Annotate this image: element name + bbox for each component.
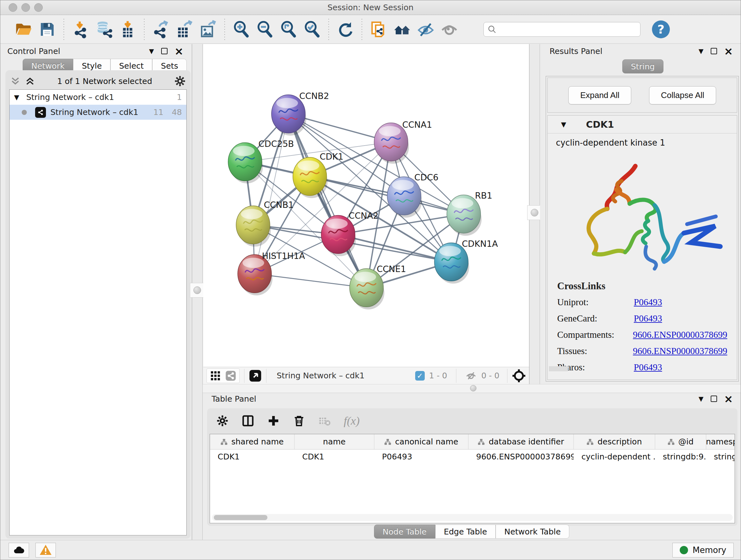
- tissues-link[interactable]: 9606.ENSP00000378699: [633, 346, 727, 356]
- cell-id[interactable]: stringdb:9...: [655, 449, 706, 464]
- cell-name[interactable]: CDK1: [294, 449, 374, 464]
- zoom-out-button[interactable]: [253, 18, 277, 41]
- import-network-button[interactable]: [69, 18, 92, 41]
- toolbar-separator: [224, 19, 225, 40]
- cell-canonical-name[interactable]: P06493: [374, 449, 468, 464]
- column-header[interactable]: description: [574, 434, 655, 449]
- cell-shared-name[interactable]: CDK1: [210, 449, 294, 464]
- fit-selected-crosshair-icon[interactable]: [512, 369, 526, 383]
- node-table[interactable]: shared name name canonical name: [210, 434, 735, 523]
- cell-namespace[interactable]: stringdb: [706, 449, 735, 464]
- zoom-selected-button[interactable]: [300, 18, 324, 41]
- clone-network-button[interactable]: [367, 18, 390, 41]
- scrollbar-thumb[interactable]: [214, 515, 267, 520]
- warning-status-button[interactable]: [36, 543, 56, 557]
- open-session-button[interactable]: [12, 18, 36, 41]
- control-panel-collapse-icon[interactable]: ▼: [149, 47, 154, 55]
- table-panel-close-icon[interactable]: ×: [724, 395, 733, 402]
- cloud-status-button[interactable]: [9, 543, 29, 557]
- table-row[interactable]: CDK1 CDK1 P06493 9606.ENSP00000378699 cy…: [210, 449, 735, 464]
- network-share-view-icon[interactable]: [225, 370, 236, 381]
- export-network-button[interactable]: [149, 18, 173, 41]
- expand-all-button[interactable]: Expand All: [568, 86, 631, 105]
- table-options-gear-icon[interactable]: [216, 415, 229, 427]
- pharos-link[interactable]: P06493: [634, 362, 662, 373]
- toolbar-separator: [328, 19, 329, 40]
- column-header[interactable]: shared name: [210, 434, 294, 449]
- control-panel-float-icon[interactable]: [161, 48, 167, 54]
- birdseye-view-icon[interactable]: [249, 369, 262, 382]
- left-panel-divider[interactable]: [192, 44, 203, 540]
- import-network-from-database-button[interactable]: [92, 18, 116, 41]
- genecard-link[interactable]: P06493: [634, 313, 662, 324]
- collapse-all-button[interactable]: Collapse All: [649, 86, 716, 105]
- gene-card-expander-icon[interactable]: ▼: [561, 121, 566, 128]
- results-panel-close-icon[interactable]: ×: [724, 48, 733, 54]
- column-header[interactable]: name: [294, 434, 374, 449]
- uniprot-link[interactable]: P06493: [634, 297, 662, 307]
- selected-checkbox[interactable]: ✓: [415, 371, 425, 381]
- add-column-icon[interactable]: [267, 415, 280, 427]
- show-columns-icon[interactable]: [242, 415, 254, 427]
- zoom-fit-button[interactable]: [277, 18, 300, 41]
- column-header[interactable]: namespace: [706, 434, 735, 449]
- gear-icon[interactable]: [174, 75, 186, 87]
- network-row[interactable]: String Network – cdk1 11 48: [10, 105, 186, 120]
- network-collection-row[interactable]: ▼ String Network – cdk1 1: [10, 90, 186, 105]
- tab-edge-table[interactable]: Edge Table: [435, 524, 496, 539]
- table-panel-divider[interactable]: [203, 384, 741, 393]
- node-RB1[interactable]: RB1: [447, 191, 492, 236]
- results-scrollbar[interactable]: [549, 366, 568, 371]
- column-header[interactable]: database identifier: [468, 434, 574, 449]
- hide-graphics-button[interactable]: [414, 18, 437, 41]
- node-CCNB2[interactable]: CCNB2: [272, 91, 329, 136]
- results-panel-float-icon[interactable]: [711, 48, 717, 54]
- table-panel-collapse-icon[interactable]: ▼: [698, 395, 703, 402]
- node-HIST1H1A[interactable]: HIST1H1A: [238, 251, 305, 295]
- hidden-counts: 0 - 0: [481, 371, 499, 380]
- table-horizontal-scrollbar[interactable]: [212, 514, 733, 521]
- export-table-button[interactable]: [173, 18, 196, 41]
- memory-button[interactable]: Memory: [672, 543, 734, 557]
- collapse-all-icon[interactable]: [10, 76, 21, 86]
- right-panel-divider[interactable]: [529, 44, 540, 384]
- compartments-link[interactable]: 9606.ENSP00000378699: [633, 329, 727, 340]
- node-CCNA1[interactable]: CCNA1: [374, 120, 432, 164]
- refresh-button[interactable]: [333, 18, 357, 41]
- column-header[interactable]: @id: [655, 434, 706, 449]
- node-CCNA2[interactable]: CCNA2: [321, 211, 379, 256]
- grid-view-icon[interactable]: [210, 370, 221, 381]
- left-divider-handle[interactable]: [190, 283, 205, 298]
- tab-network-table[interactable]: Network Table: [495, 524, 569, 539]
- node-CCNE1[interactable]: CCNE1: [350, 264, 406, 309]
- window-title: Session: New Session: [0, 3, 741, 12]
- show-graphics-button[interactable]: [437, 18, 461, 41]
- string-network-graph[interactable]: CCNB2CCNA1CDC25BCDK1CDC6RB1CCNB1CCNA2CDK…: [203, 44, 529, 367]
- node-CDK1[interactable]: CDK1: [293, 152, 343, 198]
- save-session-button[interactable]: [36, 18, 59, 41]
- network-canvas[interactable]: CCNB2CCNA1CDC25BCDK1CDC6RB1CCNB1CCNA2CDK…: [203, 44, 529, 367]
- eye-slash-icon: [416, 20, 435, 39]
- column-header[interactable]: canonical name: [374, 434, 468, 449]
- tab-node-table[interactable]: Node Table: [374, 524, 435, 539]
- delete-column-icon[interactable]: [293, 415, 306, 427]
- results-panel-collapse-icon[interactable]: ▼: [698, 47, 703, 55]
- tree-expander-icon[interactable]: ▼: [14, 94, 19, 101]
- cell-description[interactable]: cyclin-dependent ...: [574, 449, 655, 464]
- toolbar-search[interactable]: [483, 22, 641, 37]
- node-CDC25B[interactable]: CDC25B: [228, 139, 294, 184]
- control-panel: Control Panel ▼ × Network Style Select S…: [0, 44, 192, 540]
- node-CDKN1A[interactable]: CDKN1A: [434, 239, 498, 284]
- tab-string[interactable]: String: [622, 59, 664, 73]
- zoom-in-button[interactable]: [229, 18, 253, 41]
- home-views-button[interactable]: [390, 18, 414, 41]
- node-CCNB1[interactable]: CCNB1: [236, 200, 293, 246]
- import-table-button[interactable]: [116, 18, 139, 41]
- help-button[interactable]: ?: [652, 20, 670, 38]
- control-panel-close-icon[interactable]: ×: [175, 48, 184, 54]
- table-panel-float-icon[interactable]: [711, 395, 717, 402]
- export-image-button[interactable]: [196, 18, 220, 41]
- search-input[interactable]: [496, 25, 636, 34]
- expand-all-icon[interactable]: [24, 76, 36, 86]
- cell-database-identifier[interactable]: 9606.ENSP00000378699: [468, 449, 574, 464]
